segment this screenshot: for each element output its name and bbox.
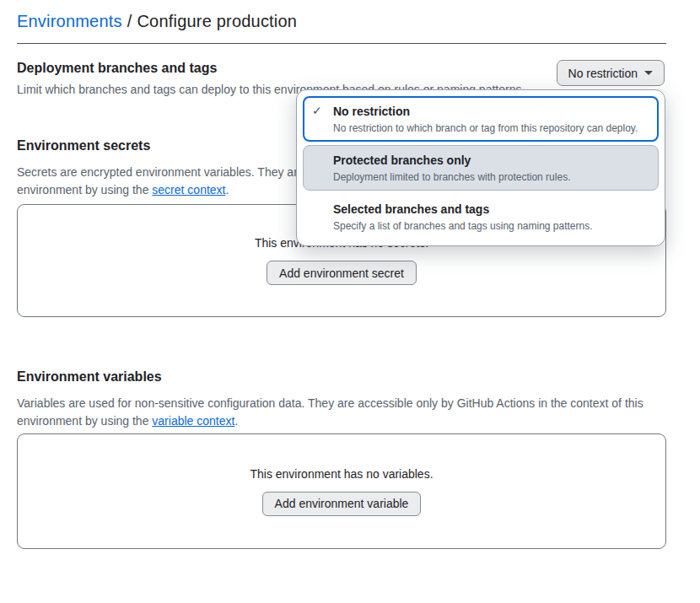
menu-item-title: Protected branches only	[333, 152, 649, 169]
page-title: Configure production	[137, 12, 297, 30]
variables-description-text: Variables are used for non-sensitive con…	[17, 396, 643, 428]
breadcrumb: Environments/Configure production	[17, 12, 297, 31]
variables-empty-box: This environment has no variables. Add e…	[17, 433, 666, 549]
environments-link[interactable]: Environments	[17, 12, 122, 30]
branch-policy-menu: ✓ No restriction No restriction to which…	[296, 89, 665, 246]
menu-item-selected-branches[interactable]: Selected branches and tags Specify a lis…	[303, 194, 659, 240]
add-environment-secret-button[interactable]: Add environment secret	[267, 261, 417, 285]
menu-item-protected-branches[interactable]: Protected branches only Deployment limit…	[303, 145, 659, 191]
menu-item-title: Selected branches and tags	[333, 201, 649, 218]
menu-item-description: No restriction to which branch or tag fr…	[333, 121, 649, 136]
environment-variables-description: Variables are used for non-sensitive con…	[17, 395, 666, 430]
environment-variables-heading: Environment variables	[17, 369, 162, 385]
secret-context-link[interactable]: secret context	[152, 183, 225, 197]
add-environment-variable-button[interactable]: Add environment variable	[262, 492, 422, 516]
deployment-branches-heading: Deployment branches and tags	[17, 61, 217, 76]
environment-settings-page: Environments/Configure production Deploy…	[0, 0, 700, 603]
menu-item-no-restriction[interactable]: ✓ No restriction No restriction to which…	[303, 96, 659, 142]
menu-item-title: No restriction	[333, 103, 649, 120]
branch-policy-dropdown-button[interactable]: No restriction	[557, 60, 665, 86]
title-divider	[17, 43, 666, 44]
branch-policy-selected-value: No restriction	[568, 67, 638, 80]
menu-item-description: Deployment limited to branches with prot…	[333, 170, 649, 185]
variable-context-link[interactable]: variable context	[152, 414, 234, 428]
menu-item-description: Specify a list of branches and tags usin…	[333, 219, 649, 234]
secrets-description-period: .	[225, 183, 229, 197]
environment-secrets-heading: Environment secrets	[17, 138, 150, 153]
variables-empty-text: This environment has no variables.	[250, 467, 433, 481]
variables-description-period: .	[234, 414, 238, 428]
breadcrumb-separator: /	[127, 12, 132, 30]
check-icon: ✓	[312, 104, 322, 117]
chevron-down-icon	[644, 71, 653, 75]
